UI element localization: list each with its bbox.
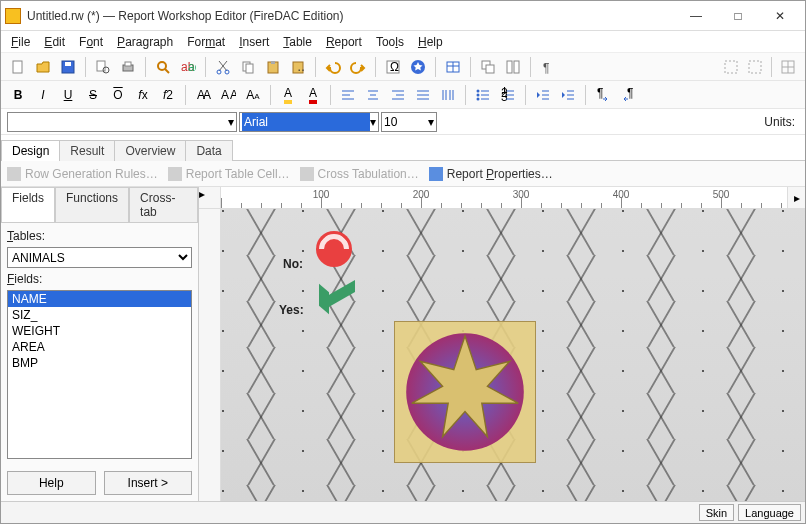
minimize-button[interactable]: —: [675, 2, 717, 30]
horizontal-ruler[interactable]: 100200300400500: [221, 187, 787, 208]
tables-select[interactable]: ANIMALS: [7, 247, 192, 268]
help-button[interactable]: Help: [7, 471, 96, 495]
insert-star-icon[interactable]: [407, 56, 429, 78]
table-icon[interactable]: [442, 56, 464, 78]
new-file-icon[interactable]: [7, 56, 29, 78]
align-center-icon[interactable]: [362, 84, 384, 106]
tab-result[interactable]: Result: [59, 140, 115, 161]
chevron-down-icon[interactable]: ▾: [228, 115, 234, 129]
small-caps-icon[interactable]: AA: [242, 84, 264, 106]
redo-icon[interactable]: [347, 56, 369, 78]
print-icon[interactable]: [117, 56, 139, 78]
menu-table[interactable]: Table: [277, 33, 318, 51]
menu-report[interactable]: Report: [320, 33, 368, 51]
size-input[interactable]: [384, 113, 428, 131]
list-item[interactable]: BMP: [8, 355, 191, 371]
style-combo[interactable]: ▾: [7, 112, 237, 132]
language-button[interactable]: Language: [738, 504, 801, 521]
row-generation-button[interactable]: Row Generation Rules…: [7, 167, 158, 181]
strike-icon[interactable]: S: [82, 84, 104, 106]
tab-crosstab[interactable]: Cross-tab: [129, 187, 198, 222]
tab-data[interactable]: Data: [185, 140, 232, 161]
tab-design[interactable]: Design: [1, 140, 60, 161]
grid-toggle-b-icon[interactable]: [744, 56, 766, 78]
font-color-icon[interactable]: A: [302, 84, 324, 106]
menu-format[interactable]: Format: [181, 33, 231, 51]
vertical-ruler[interactable]: [199, 209, 221, 501]
chevron-down-icon[interactable]: ▾: [428, 115, 434, 129]
ruler-scroll-right[interactable]: ▸: [787, 187, 805, 208]
align-justify-icon[interactable]: [412, 84, 434, 106]
design-canvas[interactable]: No: Yes:: [221, 209, 805, 501]
report-properties-button[interactable]: Report Properties…: [429, 167, 553, 181]
columns-icon[interactable]: [437, 84, 459, 106]
underline-icon[interactable]: U: [57, 84, 79, 106]
font-inc-icon[interactable]: AA: [217, 84, 239, 106]
tab-overview[interactable]: Overview: [114, 140, 186, 161]
copy-icon[interactable]: [237, 56, 259, 78]
maximize-button[interactable]: □: [717, 2, 759, 30]
indent-inc-icon[interactable]: [557, 84, 579, 106]
menu-paragraph[interactable]: Paragraph: [111, 33, 179, 51]
size-combo[interactable]: ▾: [381, 112, 437, 132]
font-input[interactable]: [242, 113, 370, 131]
symbol-icon[interactable]: Ω: [382, 56, 404, 78]
chevron-down-icon[interactable]: ▾: [370, 115, 376, 129]
replace-icon[interactable]: abac: [177, 56, 199, 78]
bullet-list-icon[interactable]: [472, 84, 494, 106]
list-item[interactable]: NAME: [8, 291, 191, 307]
paste-icon[interactable]: [262, 56, 284, 78]
tab-functions[interactable]: Functions: [55, 187, 129, 222]
font-dec-icon[interactable]: AA: [192, 84, 214, 106]
align-left-icon[interactable]: [337, 84, 359, 106]
highlight-icon[interactable]: A: [277, 84, 299, 106]
paste-special-icon[interactable]: …: [287, 56, 309, 78]
menu-tools[interactable]: Tools: [370, 33, 410, 51]
tab-fields[interactable]: Fields: [1, 187, 55, 222]
app-icon: [5, 8, 21, 24]
insert-field-button[interactable]: Insert >: [104, 471, 193, 495]
report-table-cell-button[interactable]: Report Table Cell…: [168, 167, 290, 181]
font-combo[interactable]: ▾: [239, 112, 379, 132]
pilcrow-icon[interactable]: ¶: [537, 56, 559, 78]
superscript-icon[interactable]: f2: [157, 84, 179, 106]
list-item[interactable]: AREA: [8, 339, 191, 355]
standard-toolbar: abac … Ω ¶: [1, 53, 805, 81]
svg-point-57: [477, 93, 480, 96]
menu-help[interactable]: Help: [412, 33, 449, 51]
window-cascade-icon[interactable]: [477, 56, 499, 78]
overline-icon[interactable]: O: [107, 84, 129, 106]
menu-edit[interactable]: Edit: [38, 33, 71, 51]
grid-toggle-a-icon[interactable]: [720, 56, 742, 78]
menu-insert[interactable]: Insert: [233, 33, 275, 51]
print-preview-icon[interactable]: [92, 56, 114, 78]
save-icon[interactable]: [57, 56, 79, 78]
menu-file[interactable]: File: [5, 33, 36, 51]
skin-button[interactable]: Skin: [699, 504, 734, 521]
grid-large-icon[interactable]: [777, 56, 799, 78]
cut-icon[interactable]: [212, 56, 234, 78]
close-button[interactable]: ✕: [759, 2, 801, 30]
open-file-icon[interactable]: [32, 56, 54, 78]
style-input[interactable]: [10, 113, 228, 131]
number-list-icon[interactable]: 123: [497, 84, 519, 106]
ruler-corner[interactable]: ▸: [199, 187, 221, 208]
ltr-icon[interactable]: ¶: [592, 84, 614, 106]
menu-font[interactable]: Font: [73, 33, 109, 51]
bold-icon[interactable]: B: [7, 84, 29, 106]
italic-icon[interactable]: I: [32, 84, 54, 106]
align-right-icon[interactable]: [387, 84, 409, 106]
svg-rect-30: [725, 61, 737, 73]
cross-tabulation-button[interactable]: Cross Tabulation…: [300, 167, 419, 181]
window-tile-icon[interactable]: [502, 56, 524, 78]
fields-listbox[interactable]: NAME SIZ_ WEIGHT AREA BMP: [7, 290, 192, 459]
find-icon[interactable]: [152, 56, 174, 78]
indent-dec-icon[interactable]: [532, 84, 554, 106]
undo-icon[interactable]: [322, 56, 344, 78]
list-item[interactable]: SIZ_: [8, 307, 191, 323]
menu-bar: File Edit Font Paragraph Format Insert T…: [1, 31, 805, 53]
rtl-icon[interactable]: ¶: [617, 84, 639, 106]
image-placeholder[interactable]: [394, 321, 536, 463]
list-item[interactable]: WEIGHT: [8, 323, 191, 339]
subscript-icon[interactable]: fx: [132, 84, 154, 106]
